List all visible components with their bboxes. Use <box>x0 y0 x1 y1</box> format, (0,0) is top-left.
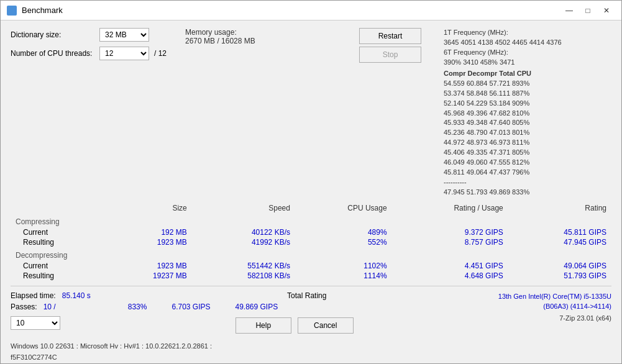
col-size: Size <box>106 202 192 214</box>
total-rating-pct: 833% <box>128 303 147 311</box>
total-rating-values: 833% 6.703 GIPS 49.869 GIPS <box>128 303 486 311</box>
decomp-resulting-speed: 582108 KB/s <box>192 271 295 281</box>
freq-header: Compr Decompr Total CPU <box>444 69 611 79</box>
system-info-row: Windows 10.0 22631 : Microsoft Hv : Hv#1… <box>11 341 611 364</box>
freq-row-3: 45.968 49.396 47.682 810% <box>444 109 611 119</box>
comp-current-size: 192 MB <box>106 227 192 237</box>
decomp-current-rating: 49.064 GIPS <box>508 261 611 271</box>
comp-resulting-cpu: 552% <box>295 237 392 247</box>
freq-row-9: 45.811 49.064 47.437 796% <box>444 168 611 178</box>
freq-row-total: 47.945 51.793 49.869 833% <box>444 188 611 198</box>
col-name <box>11 202 106 214</box>
freq-6t-label: 6T Frequency (MHz): <box>444 48 611 58</box>
freq-row-0: 54.559 60.884 57.721 893% <box>444 79 611 89</box>
memory-value: 2670 MB / 16028 MB <box>185 37 255 45</box>
restart-button[interactable]: Restart <box>359 28 421 44</box>
sys-line2: f5F310C2774C <box>11 352 611 363</box>
passes-row: Passes: 10 / <box>11 303 91 311</box>
compressing-header: Compressing <box>11 214 611 227</box>
elapsed-row: Elapsed time: 85.140 s <box>11 291 91 300</box>
freq-row-7: 45.406 49.335 47.371 805% <box>444 148 611 158</box>
passes-select[interactable]: 10 1 5 <box>11 316 60 330</box>
app-icon <box>7 6 17 16</box>
benchmark-window: Benchmark — □ ✕ Dictionary size: 32 MB 6… <box>0 0 622 364</box>
freq-row-5: 45.236 48.790 47.013 801% <box>444 128 611 138</box>
decompressing-label: Decompressing <box>11 247 611 261</box>
title-bar: Benchmark — □ ✕ <box>1 1 621 20</box>
decomp-current-row: Current 1923 MB 551442 KB/s 1102% 4.451 … <box>11 261 611 271</box>
maximize-button[interactable]: □ <box>579 4 597 17</box>
bench-table-section: Size Speed CPU Usage Rating / Usage Rati… <box>11 202 611 281</box>
dictionary-row: Dictionary size: 32 MB 64 MB 128 MB <box>11 28 167 42</box>
minimize-button[interactable]: — <box>560 4 578 17</box>
bottom-buttons: Help Cancel <box>236 317 354 334</box>
frequency-info: 1T Frequency (MHz): 3645 4051 4138 4502 … <box>444 28 611 198</box>
freq-separator: ---------- <box>444 178 611 188</box>
cancel-button[interactable]: Cancel <box>298 317 354 334</box>
col-rating-usage: Rating / Usage <box>392 202 508 214</box>
memory-label: Memory usage: <box>185 28 255 37</box>
comp-resulting-speed: 41992 KB/s <box>192 237 295 247</box>
col-speed: Speed <box>192 202 295 214</box>
freq-6t-values: 390% 3410 458% 3471 <box>444 58 611 68</box>
action-buttons: Restart Stop <box>359 28 421 63</box>
total-rating-section: Total Rating 833% 6.703 GIPS 49.869 GIPS <box>128 291 486 311</box>
col-rating: Rating <box>508 202 611 214</box>
comp-current-speed: 40122 KB/s <box>192 227 295 237</box>
comp-current-rating-usage: 9.372 GIPS <box>392 227 508 237</box>
cpu-info: 13th Gen Intel(R) Core(TM) i5-1335U (B06… <box>498 291 611 312</box>
comp-resulting-rating-usage: 8.757 GIPS <box>392 237 508 247</box>
decomp-current-cpu: 1102% <box>295 261 392 271</box>
passes-label: Passes: <box>11 303 37 311</box>
cpu-info-line2: (B06A3) (4114->4114) <box>498 301 611 312</box>
freq-row-8: 46.049 49.060 47.555 812% <box>444 158 611 168</box>
cpu-info-line1: 13th Gen Intel(R) Core(TM) i5-1335U <box>498 291 611 302</box>
comp-current-cpu: 489% <box>295 227 392 237</box>
stop-button[interactable]: Stop <box>359 47 421 63</box>
decomp-current-rating-usage: 4.451 GIPS <box>392 261 508 271</box>
center-bottom: Total Rating 833% 6.703 GIPS 49.869 GIPS… <box>103 291 486 334</box>
freq-row-4: 45.933 49.348 47.640 805% <box>444 118 611 128</box>
decomp-current-label: Current <box>11 261 106 271</box>
comp-current-rating: 45.811 GIPS <box>508 227 611 237</box>
comp-current-label: Current <box>11 227 106 237</box>
decomp-resulting-rating: 51.793 GIPS <box>508 271 611 281</box>
decomp-resulting-cpu: 1114% <box>295 271 392 281</box>
threads-label: Number of CPU threads: <box>11 49 94 58</box>
freq-1t-label: 1T Frequency (MHz): <box>444 28 611 38</box>
passes-select-container: 10 1 5 <box>11 316 91 330</box>
bottom-buttons-container: Help Cancel <box>103 315 486 334</box>
comp-resulting-rating: 47.945 GIPS <box>508 237 611 247</box>
comp-resulting-size: 1923 MB <box>106 237 192 247</box>
help-button[interactable]: Help <box>236 317 291 334</box>
bottom-left: Elapsed time: 85.140 s Passes: 10 / 10 1… <box>11 291 91 330</box>
freq-row-1: 53.374 58.848 56.111 887% <box>444 89 611 99</box>
top-section: Dictionary size: 32 MB 64 MB 128 MB Numb… <box>11 28 611 198</box>
decomp-resulting-label: Resulting <box>11 271 106 281</box>
col-cpu: CPU Usage <box>295 202 392 214</box>
decompressing-header: Decompressing <box>11 247 611 261</box>
total-rating-gips2: 49.869 GIPS <box>236 303 278 311</box>
comp-resulting-label: Resulting <box>11 237 106 247</box>
comp-current-row: Current 192 MB 40122 KB/s 489% 9.372 GIP… <box>11 227 611 237</box>
decomp-current-size: 1923 MB <box>106 261 192 271</box>
compressing-label: Compressing <box>11 214 611 227</box>
threads-slash: / 12 <box>154 49 167 58</box>
memory-section: Memory usage: 2670 MB / 16028 MB <box>185 28 255 45</box>
decomp-resulting-rating-usage: 4.648 GIPS <box>392 271 508 281</box>
window-controls: — □ ✕ <box>560 4 615 17</box>
close-button[interactable]: ✕ <box>598 4 615 17</box>
freq-row-6: 44.972 48.973 46.973 811% <box>444 138 611 148</box>
window-title: Benchmark <box>22 6 63 15</box>
decomp-resulting-row: Resulting 19237 MB 582108 KB/s 1114% 4.6… <box>11 271 611 281</box>
sys-line1: Windows 10.0 22631 : Microsoft Hv : Hv#1… <box>11 341 611 352</box>
dictionary-select[interactable]: 32 MB 64 MB 128 MB <box>99 28 149 42</box>
bottom-section: Elapsed time: 85.140 s Passes: 10 / 10 1… <box>11 286 611 334</box>
freq-1t-values: 3645 4051 4138 4502 4465 4414 4376 <box>444 38 611 48</box>
threads-select[interactable]: 12 1 6 <box>99 47 149 60</box>
decomp-resulting-size: 19237 MB <box>106 271 192 281</box>
threads-row: Number of CPU threads: 12 1 6 / 12 <box>11 47 167 60</box>
bench-table: Size Speed CPU Usage Rating / Usage Rati… <box>11 202 611 281</box>
freq-row-2: 52.140 54.229 53.184 909% <box>444 99 611 109</box>
right-bottom: 13th Gen Intel(R) Core(TM) i5-1335U (B06… <box>498 291 611 322</box>
